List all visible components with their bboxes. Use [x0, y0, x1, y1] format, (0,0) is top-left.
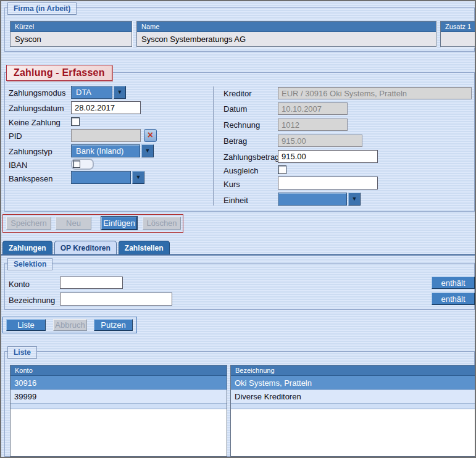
- firma-header-zusatz1: Zusatz 1: [441, 22, 476, 32]
- firma-header-name: Name: [137, 22, 436, 32]
- abbruch-button: Abbruch: [53, 319, 87, 331]
- konto-column-header: Konto: [10, 365, 227, 376]
- konto-label: Konto: [9, 280, 30, 289]
- pid-label: PID: [9, 131, 22, 141]
- einheit-select[interactable]: ▼: [278, 193, 361, 206]
- chevron-down-icon: ▼: [145, 148, 151, 154]
- kurs-input[interactable]: [278, 177, 378, 189]
- datum-label: Datum: [223, 104, 247, 114]
- zahlungsmodus-select[interactable]: DTA ▼: [71, 86, 126, 99]
- firma-value-name: Syscon Systemberatungs AG: [137, 32, 436, 46]
- einfuegen-button[interactable]: Einfügen: [101, 217, 137, 230]
- speichern-button: Speichern: [6, 217, 51, 230]
- zahlungsmodus-label: Zahlungsmodus: [9, 88, 66, 98]
- betrag-label: Betrag: [223, 136, 247, 146]
- ausgleich-label: Ausgleich: [223, 166, 258, 175]
- zahlungsmodus-dropdown-button[interactable]: ▼: [114, 86, 126, 99]
- tab-op-kreditoren[interactable]: OP Kreditoren: [54, 241, 117, 255]
- list-row-konto-selected[interactable]: 30916: [10, 376, 227, 390]
- list-empty-strip: [10, 404, 227, 409]
- zahlungsmodus-selected-value: DTA: [71, 86, 112, 99]
- firma-col-name: Name Syscon Systemberatungs AG: [136, 21, 436, 47]
- bankspesen-dropdown-button[interactable]: ▼: [132, 171, 144, 184]
- kreditor-label: Kreditor: [223, 89, 252, 98]
- kreditor-input: [278, 87, 472, 99]
- chevron-down-icon: ▼: [136, 175, 141, 180]
- iban-checkbox[interactable]: [73, 160, 80, 168]
- chevron-down-icon: ▼: [117, 90, 123, 95]
- firma-value-kuerzel: Syscon: [10, 32, 132, 46]
- firma-col-zusatz1: Zusatz 1: [440, 21, 476, 47]
- tab-bar: Zahlungen OP Kreditoren Zahlstellen: [2, 241, 172, 255]
- einheit-dropdown-button[interactable]: ▼: [348, 193, 361, 206]
- bezeichnung-column-header: Bezeichnung: [231, 365, 475, 376]
- bezeichnung-enthaelt-button[interactable]: enthält: [432, 293, 475, 305]
- liste-button[interactable]: Liste: [6, 319, 46, 331]
- list-row-bezeichnung[interactable]: Diverse Kreditoren: [231, 390, 475, 404]
- chevron-down-icon: ▼: [352, 196, 357, 202]
- pid-clear-button[interactable]: ×: [144, 129, 157, 142]
- keine-zahlung-checkbox[interactable]: [71, 117, 80, 126]
- iban-toggle[interactable]: [71, 159, 94, 170]
- konto-filter-input[interactable]: [60, 277, 123, 289]
- bankspesen-select[interactable]: ▼: [71, 171, 144, 184]
- bankspesen-selected-value: [71, 171, 131, 184]
- bankspesen-label: Bankspesen: [9, 174, 53, 183]
- konto-enthaelt-button[interactable]: enthält: [432, 277, 475, 289]
- zahlungstyp-selected-value: Bank (Inland): [71, 144, 140, 157]
- bezeichnung-label: Bezeichnung: [9, 296, 55, 305]
- zahlungsbetrag-input[interactable]: [278, 150, 378, 163]
- neu-button: Neu: [56, 217, 91, 230]
- page-title: Zahlung - Erfassen: [6, 65, 112, 81]
- zahlungsbetrag-label: Zahlungsbetrag: [223, 152, 279, 162]
- bezeichnung-filter-input[interactable]: [60, 293, 172, 306]
- liste-legend: Liste: [7, 346, 37, 359]
- tab-underline: [1, 254, 476, 256]
- firma-value-zusatz1: [441, 32, 476, 46]
- app-window: Firma (in Arbeit) Kürzel Syscon Name Sys…: [0, 0, 476, 458]
- clear-x-icon: ×: [148, 130, 153, 140]
- zahlungsdatum-label: Zahlungsdatum: [9, 104, 64, 113]
- ausgleich-checkbox[interactable]: [278, 165, 286, 174]
- einheit-label: Einheit: [223, 196, 248, 205]
- list-empty-strip: [231, 404, 475, 409]
- firma-legend: Firma (in Arbeit): [7, 2, 77, 15]
- zahlungstyp-select[interactable]: Bank (Inland) ▼: [71, 144, 154, 157]
- einheit-selected-value: [278, 193, 347, 206]
- keine-zahlung-label: Keine Zahlung: [9, 118, 61, 127]
- pid-input: [71, 129, 141, 142]
- putzen-button[interactable]: Putzen: [94, 319, 133, 331]
- loeschen-button: Löschen: [143, 217, 181, 230]
- list-row-konto[interactable]: 39999: [10, 390, 227, 404]
- datum-input: [278, 102, 348, 115]
- bezeichnung-list-panel: Bezeichnung Oki Systems, Pratteln Divers…: [230, 365, 476, 457]
- iban-label: IBAN: [9, 160, 27, 170]
- betrag-input: [278, 135, 362, 147]
- konto-list-panel: Konto 30916 39999: [10, 365, 227, 457]
- firma-col-kuerzel: Kürzel Syscon: [10, 21, 132, 47]
- selektion-legend: Selektion: [7, 258, 52, 270]
- zahlungstyp-dropdown-button[interactable]: ▼: [141, 144, 154, 157]
- list-row-bezeichnung-selected[interactable]: Oki Systems, Pratteln: [231, 376, 475, 390]
- firma-header-kuerzel: Kürzel: [10, 22, 132, 32]
- zahlungsdatum-input[interactable]: [71, 101, 141, 114]
- rechnung-label: Rechnung: [223, 120, 260, 130]
- rechnung-input: [278, 119, 348, 131]
- zahlungstyp-label: Zahlungstyp: [9, 147, 52, 156]
- tab-zahlungen[interactable]: Zahlungen: [2, 241, 52, 255]
- kurs-label: Kurs: [223, 180, 240, 189]
- column-divider: [213, 86, 214, 206]
- tab-zahlstellen[interactable]: Zahlstellen: [119, 241, 170, 255]
